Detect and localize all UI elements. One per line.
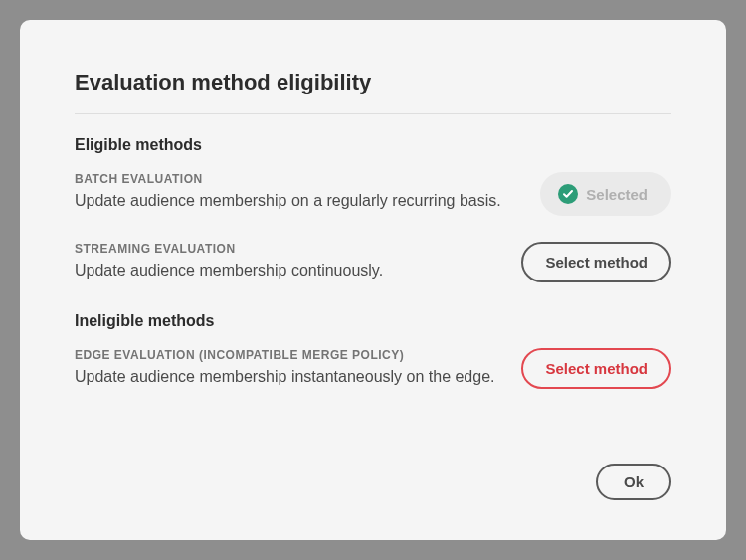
check-icon: [558, 184, 578, 204]
ok-button[interactable]: Ok: [596, 464, 671, 500]
selected-button: Selected: [540, 172, 671, 216]
method-description: Update audience membership continuously.: [75, 260, 501, 281]
select-method-button-label: Select method: [545, 360, 648, 377]
eligible-heading: Eligible methods: [75, 136, 671, 154]
modal-title: Evaluation method eligibility: [75, 70, 671, 95]
method-label: STREAMING EVALUATION: [75, 242, 501, 256]
method-row-edge: EDGE EVALUATION (INCOMPATIBLE MERGE POLI…: [75, 348, 671, 389]
select-method-button-label: Select method: [545, 254, 648, 271]
method-info: BATCH EVALUATION Update audience members…: [75, 172, 540, 212]
eligible-methods-section: Eligible methods BATCH EVALUATION Update…: [75, 136, 671, 308]
select-method-button[interactable]: Select method: [521, 242, 671, 282]
ineligible-methods-section: Ineligible methods EDGE EVALUATION (INCO…: [75, 312, 671, 415]
method-info: EDGE EVALUATION (INCOMPATIBLE MERGE POLI…: [75, 348, 521, 388]
method-description: Update audience membership on a regularl…: [75, 190, 520, 212]
ineligible-heading: Ineligible methods: [75, 312, 671, 330]
evaluation-method-modal: Evaluation method eligibility Eligible m…: [20, 20, 726, 540]
ok-button-label: Ok: [624, 473, 644, 490]
method-row-batch: BATCH EVALUATION Update audience members…: [75, 172, 671, 216]
method-label: EDGE EVALUATION (INCOMPATIBLE MERGE POLI…: [75, 348, 501, 362]
method-row-streaming: STREAMING EVALUATION Update audience mem…: [75, 242, 671, 282]
modal-footer: Ok: [75, 464, 671, 500]
method-info: STREAMING EVALUATION Update audience mem…: [75, 242, 521, 281]
selected-button-label: Selected: [586, 186, 648, 203]
select-method-button-ineligible[interactable]: Select method: [521, 348, 671, 389]
divider: [75, 113, 671, 114]
method-label: BATCH EVALUATION: [75, 172, 520, 186]
method-description: Update audience membership instantaneous…: [75, 366, 501, 388]
